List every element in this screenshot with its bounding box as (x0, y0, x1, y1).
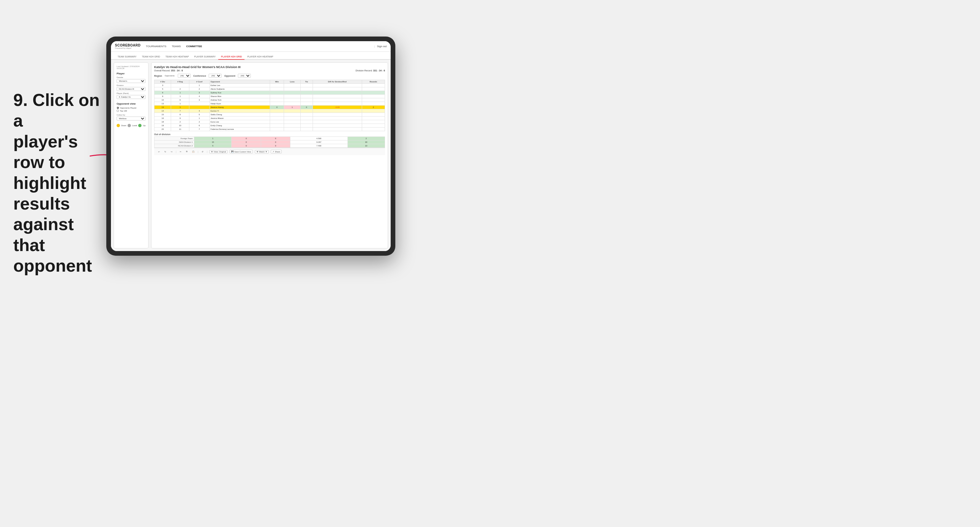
annotation-text: 9. Click on a player's row to highlight … (13, 90, 106, 276)
table-cell (300, 91, 313, 95)
gender-select[interactable]: Women's (117, 79, 145, 83)
toolbar-sep3: | (207, 150, 207, 153)
table-row[interactable]: 20117Federica Domecq Lacroze (154, 127, 385, 131)
out-table-cell: 0 (232, 137, 261, 140)
table-cell: Federica Domecq Lacroze (209, 127, 270, 131)
radio-label-top100: Top 100 (120, 110, 127, 112)
opponent-select[interactable]: (All) (238, 74, 251, 78)
table-cell (362, 117, 385, 120)
save-custom-button[interactable]: 💾 Save Custom View (229, 150, 253, 153)
table-cell (300, 98, 313, 102)
table-cell (362, 98, 385, 102)
share-button[interactable]: ↗ Share (271, 150, 282, 153)
copy-button[interactable]: ⧉ (185, 150, 189, 153)
table-cell: 10 (171, 124, 189, 127)
tab-player-summary[interactable]: PLAYER SUMMARY (192, 54, 219, 60)
table-cell: 3 (189, 98, 209, 102)
table-cell (270, 95, 284, 98)
table-row[interactable]: 914Sharon Mun (154, 95, 385, 98)
table-row[interactable]: 613Sydney Kuo (154, 91, 385, 95)
table-cell (284, 127, 301, 131)
conference-select[interactable]: (All) (208, 74, 221, 78)
col-header-rounds: Rounds (362, 80, 385, 84)
player-rank-select[interactable]: 8. Katelyn Vo (117, 95, 145, 99)
table-row[interactable]: 131Jessica Huang010-3.002 (154, 106, 385, 109)
nav-items: TOURNAMENTS TEAMS COMMITTEE (146, 44, 374, 49)
legend-level-label: Level (132, 125, 137, 127)
table-row[interactable]: 1585Stella Cheng (154, 113, 385, 117)
refresh-button[interactable]: ↺ (200, 150, 205, 153)
forward-button[interactable]: ↪ (169, 150, 174, 153)
col-header-diff: Diff Av Strokes/Rnd (313, 80, 362, 84)
table-cell: Haejo Hyun (209, 102, 270, 106)
out-table-cell: 0 (261, 140, 290, 144)
division-record-label: Division Record: (355, 70, 372, 72)
legend-down-label: Down (121, 125, 126, 127)
radio-top100[interactable]: Top 100 (117, 110, 145, 112)
scissors-button[interactable]: ✂ (178, 150, 183, 153)
table-row[interactable]: 1063Andrea York (154, 98, 385, 102)
table-cell (189, 102, 209, 106)
tab-team-summary[interactable]: TEAM SUMMARY (115, 54, 139, 60)
table-cell (284, 113, 301, 117)
table-cell (313, 109, 362, 113)
last-updated: Region Last Updated: 27/03/2024 16:55:28 (117, 65, 145, 70)
annotation-line1: 9. (13, 90, 27, 110)
table-cell: 2 (171, 120, 189, 124)
watch-icon: 👁 (256, 151, 258, 153)
table-cell (362, 87, 385, 91)
tab-team-h2h-heatmap[interactable]: TEAM H2H HEATMAP (163, 54, 192, 60)
table-cell: 0 (300, 106, 313, 109)
table-cell: 7 (189, 127, 209, 131)
tab-player-h2h-grid[interactable]: PLAYER H2H GRID (218, 54, 245, 60)
nav-teams[interactable]: TEAMS (172, 44, 181, 49)
table-cell: 4 (189, 95, 209, 98)
table-row[interactable]: 1822Euna Lee (154, 120, 385, 124)
table-cell (270, 120, 284, 124)
division-select[interactable]: NCAA Division III (117, 87, 145, 91)
table-cell: 2 (189, 120, 209, 124)
table-cell (362, 113, 385, 117)
table-row[interactable]: 522Alexis Sudjianto (154, 87, 385, 91)
table-row[interactable]: 19106Emily Chang (154, 124, 385, 127)
annotation-line4: highlight results (13, 173, 86, 213)
table-row[interactable]: 131Haejo Hyun (154, 102, 385, 106)
undo-button[interactable]: ↩ (157, 150, 161, 153)
division-record: Division Record: 331 - 34 - 6 (355, 70, 385, 72)
table-cell (300, 124, 313, 127)
tab-team-h2h-grid[interactable]: TEAM H2H GRID (139, 54, 163, 60)
table-cell (284, 124, 301, 127)
col-header-tie: Tie (300, 80, 313, 84)
table-cell (284, 109, 301, 113)
table-cell: 15 (154, 113, 171, 117)
table-cell: 1 (171, 102, 189, 106)
share-label: Share (275, 151, 280, 153)
out-table-cell: NAIA Division 1 (154, 140, 194, 144)
table-cell (284, 95, 301, 98)
out-table-row: Foreign Team1004.5002 (154, 137, 385, 140)
redo-step-button[interactable]: ↻ (163, 150, 167, 153)
view-original-button[interactable]: 👁 View: Original (209, 150, 228, 153)
nav-tournaments[interactable]: TOURNAMENTS (146, 44, 166, 49)
table-cell: 2 (189, 87, 209, 91)
watch-button[interactable]: 👁 Watch ▼ (255, 150, 269, 153)
sign-out-link[interactable]: Sign out (377, 45, 387, 48)
col-header-loss: Loss (284, 80, 301, 84)
nav-committee[interactable]: COMMITTEE (186, 44, 202, 49)
table-row[interactable]: 31Esther Lee (154, 84, 385, 87)
main-content: Region Last Updated: 27/03/2024 16:55:28… (111, 60, 391, 251)
region-select[interactable]: (All) (178, 74, 191, 78)
paste-button[interactable]: 📋 (191, 150, 196, 153)
table-cell: 16 (154, 117, 171, 120)
radio-opponents-played[interactable]: Opponents Played (117, 106, 145, 109)
table-cell (284, 91, 301, 95)
colour-by-select[interactable]: Win/loss (117, 117, 145, 121)
table-cell (270, 117, 284, 120)
tab-player-h2h-heatmap[interactable]: PLAYER H2H HEATMAP (245, 54, 276, 60)
table-cell (313, 127, 362, 131)
table-cell: 3 (189, 91, 209, 95)
table-row[interactable]: 1691Jessica Mason (154, 117, 385, 120)
table-row[interactable]: 1474Eunice Yi (154, 109, 385, 113)
col-header-win: Win (270, 80, 284, 84)
legend-row: Down Level Up (117, 124, 145, 127)
